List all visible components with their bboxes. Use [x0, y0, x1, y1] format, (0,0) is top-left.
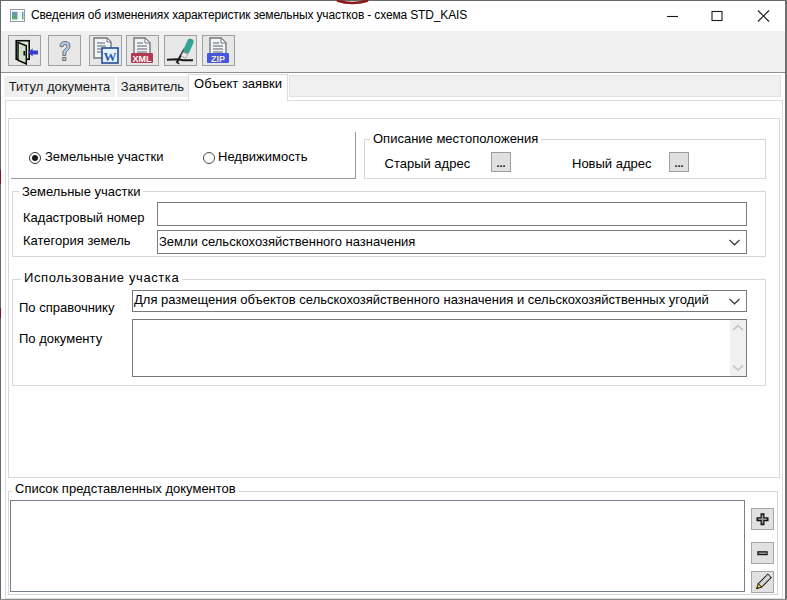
- svg-text:ZIP: ZIP: [211, 54, 225, 64]
- svg-text:W: W: [104, 49, 117, 64]
- svg-text:XML: XML: [133, 54, 153, 64]
